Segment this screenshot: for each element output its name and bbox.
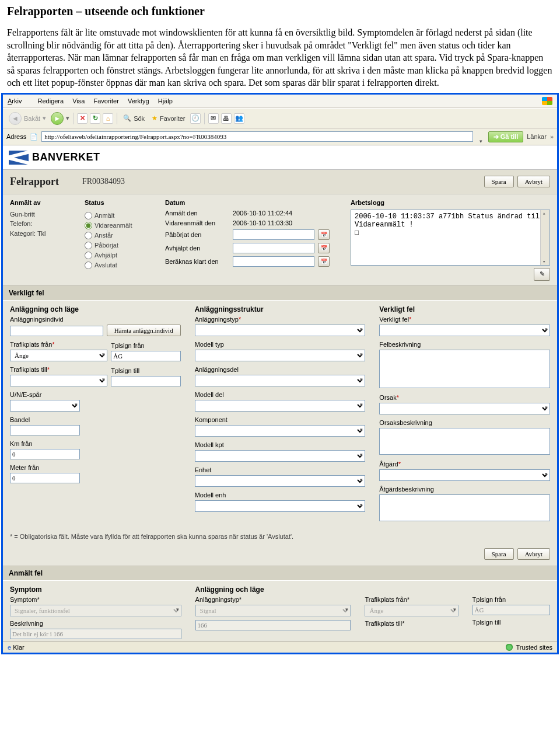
back-button: ◄ Bakåt ▾	[6, 111, 48, 126]
calendar-icon[interactable]: 📅	[318, 229, 330, 240]
status-bar: e Klar Trusted sites	[3, 642, 557, 653]
une-spar-select[interactable]	[10, 400, 80, 412]
history-icon[interactable]: 🕘	[190, 113, 201, 124]
banverket-logo-text: BANVERKET	[32, 151, 100, 163]
cancel-button-top[interactable]: Avbryt	[517, 176, 550, 187]
avhjalpt-input[interactable]	[233, 243, 314, 253]
required-note: * = Obligatoriska fält. Måste vara ifyll…	[3, 527, 557, 546]
menu-hjalp[interactable]: Hjälp	[158, 97, 173, 104]
anlaggningstyp-select[interactable]	[195, 325, 366, 336]
tplsign-fran-input[interactable]	[111, 351, 180, 361]
messenger-icon[interactable]: 👥	[234, 113, 244, 124]
section-anmalt-fel: Anmält fel	[3, 566, 557, 581]
paborjat-input[interactable]	[233, 229, 314, 240]
anmalt-av-name: Gun-britt	[10, 210, 74, 219]
doc-title: Felrapporten – utseende och funktioner	[7, 5, 553, 18]
menubar: Arkiv Redigera Visa Favoriter Verktyg Hj…	[3, 95, 557, 108]
bot-166-input	[195, 620, 351, 630]
atgard-select[interactable]	[379, 469, 550, 481]
anlaggningsindivid-input[interactable]	[10, 326, 103, 336]
menu-favoriter[interactable]: Favoriter	[93, 97, 118, 104]
scrollbar[interactable]	[540, 210, 550, 265]
toolbar: ◄ Bakåt ▾ ► ▾ ✕ ↻ ⌂ 🔍 Sök ★ Favoriter 🕘 …	[3, 108, 557, 129]
page-title: Felrapport	[10, 176, 59, 188]
pencil-icon: ✎	[540, 270, 545, 278]
datum-header: Datum	[165, 199, 340, 206]
ie-icon: e	[8, 644, 11, 651]
modell-enh-select[interactable]	[195, 500, 366, 512]
cancel-button-bottom[interactable]: Avbryt	[517, 548, 550, 560]
bot-tplf-input	[473, 605, 550, 615]
links-label[interactable]: Länkar	[527, 133, 547, 140]
bot-anltyp-select: Signal	[195, 605, 351, 616]
status-paborjat[interactable]: Påbörjat	[85, 242, 155, 249]
bot-tpf-select: Ånge	[365, 605, 458, 616]
anmalt-av-header: Anmält av	[10, 199, 74, 206]
modell-del-select[interactable]	[195, 400, 366, 412]
symptom-select: Signaler, funktionsfel	[10, 605, 181, 616]
refresh-icon[interactable]: ↻	[90, 113, 100, 124]
orsaksbeskrivning-input[interactable]	[379, 428, 550, 455]
tplsign-till-input[interactable]	[111, 376, 180, 386]
status-anstar[interactable]: Anstår	[85, 232, 155, 239]
arbetslogg-header: Arbetslogg	[351, 199, 550, 206]
meter-fran-input[interactable]	[10, 473, 80, 483]
arbetslogg-text: 2006-10-10 11:03:37 a771bh Status ändrad…	[351, 210, 550, 266]
report-id: FR00384093	[82, 177, 125, 186]
address-input[interactable]	[41, 131, 473, 142]
bandel-input[interactable]	[10, 425, 80, 435]
atgardsbeskrivning-input[interactable]	[379, 494, 550, 521]
menu-redigera[interactable]: Redigera	[38, 97, 64, 104]
komponent-select[interactable]	[195, 425, 366, 437]
menu-arkiv[interactable]: Arkiv	[8, 97, 29, 104]
stop-icon[interactable]: ✕	[77, 113, 88, 124]
go-button[interactable]: ➔ Gå till	[488, 131, 524, 142]
beraknas-input[interactable]	[233, 256, 314, 267]
search-icon: 🔍	[123, 114, 131, 122]
orsak-select[interactable]	[379, 403, 550, 414]
star-icon: ★	[152, 114, 158, 122]
favorites-button[interactable]: ★ Favoriter	[149, 113, 187, 123]
save-button-bottom[interactable]: Spara	[484, 548, 514, 560]
calendar-icon[interactable]: 📅	[318, 256, 330, 267]
page-content: BANVERKET Felrapport FR00384093 Spara Av…	[3, 145, 557, 642]
save-button-top[interactable]: Spara	[484, 176, 514, 187]
status-avslutat[interactable]: Avslutat	[85, 262, 155, 269]
enhet-select[interactable]	[195, 475, 366, 487]
menu-visa[interactable]: Visa	[72, 97, 85, 104]
home-icon[interactable]: ⌂	[103, 113, 113, 124]
calendar-icon[interactable]: 📅	[318, 243, 330, 253]
km-fran-input[interactable]	[10, 449, 80, 459]
felbeskrivning-input[interactable]	[379, 350, 550, 388]
address-label: Adress	[6, 133, 26, 140]
modell-typ-select[interactable]	[195, 350, 366, 361]
trafikplats-till-select[interactable]	[10, 375, 107, 386]
mail-icon[interactable]: ✉	[208, 113, 219, 124]
status-vidareanmalt[interactable]: Vidareanmält	[85, 222, 155, 229]
menu-verktyg[interactable]: Verktyg	[128, 97, 149, 104]
anlaggningsdel-select[interactable]	[195, 375, 366, 386]
print-icon[interactable]: 🖶	[221, 113, 232, 124]
search-button[interactable]: 🔍 Sök	[121, 113, 147, 123]
trafikplats-fran-select[interactable]: Ånge	[10, 350, 107, 361]
status-anmalt[interactable]: Anmält	[85, 212, 155, 219]
banverket-logo-icon	[9, 151, 29, 165]
hamta-button[interactable]: Hämta anläggn.individ	[107, 325, 181, 336]
forward-button[interactable]: ►	[51, 112, 64, 125]
section-verkligt-fel: Verkligt fel	[3, 285, 557, 301]
status-avhjalpt[interactable]: Avhjälpt	[85, 252, 155, 259]
address-bar: Adress 📄 ➔ Gå till Länkar »	[3, 129, 557, 145]
doc-body: Felrapportens fält är lite omstuvade mot…	[7, 26, 553, 89]
beskrivning-input	[10, 629, 181, 639]
modell-kpt-select[interactable]	[195, 450, 366, 462]
page-icon: 📄	[30, 133, 38, 141]
trusted-icon	[506, 644, 513, 651]
write-log-button[interactable]: ✎	[534, 268, 550, 281]
verkligt-fel-select[interactable]	[379, 325, 550, 336]
status-header: Status	[85, 199, 155, 206]
windows-flag-icon	[542, 97, 552, 105]
back-icon: ◄	[9, 112, 22, 125]
browser-window: Arkiv Redigera Visa Favoriter Verktyg Hj…	[1, 93, 559, 654]
